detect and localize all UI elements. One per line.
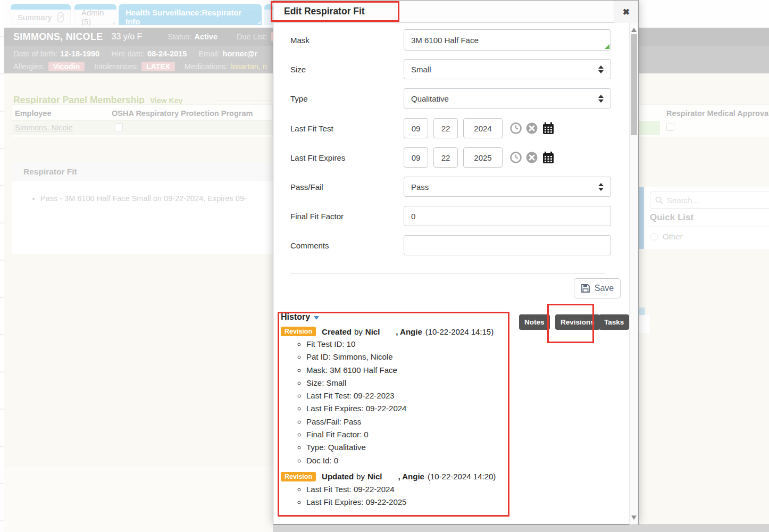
divider xyxy=(290,273,605,273)
revision-badge: Revision xyxy=(281,472,316,481)
select-arrows-icon xyxy=(598,95,604,103)
save-button-label: Save xyxy=(595,284,614,293)
scroll-up-icon[interactable] xyxy=(631,28,637,32)
revision-author-rest: , Angie xyxy=(398,472,424,481)
by-word: by xyxy=(356,472,365,481)
resize-grip-icon[interactable] xyxy=(605,44,609,49)
edit-respirator-fit-modal: Edit Respirator Fit ✖ Mask 3M 6100 Half … xyxy=(273,0,639,525)
comments-label: Comments xyxy=(290,241,404,250)
clear-date-icon[interactable] xyxy=(526,122,538,134)
save-button[interactable]: Save xyxy=(574,278,621,298)
type-select[interactable]: Qualitative xyxy=(404,88,611,109)
revision-detail: Type: Qualitative xyxy=(306,441,517,454)
mask-textarea[interactable]: 3M 6100 Half Face xyxy=(404,29,611,51)
type-value: Qualitative xyxy=(411,94,449,103)
last-fit-test-day-input[interactable]: 22 xyxy=(433,118,458,138)
revision-action: Updated xyxy=(322,472,354,481)
revision-detail: Last Fit Expires: 09-22-2024 xyxy=(306,402,517,415)
last-fit-expires-year-input[interactable]: 2025 xyxy=(463,147,503,168)
by-word: by xyxy=(354,327,363,336)
screen: Summary ↗ Admin (5) Health Surveillance:… xyxy=(0,0,769,532)
revision-timestamp: (10-22-2024 14:15) xyxy=(425,327,494,336)
size-value: Small xyxy=(411,65,431,74)
save-floppy-icon xyxy=(581,284,590,293)
mask-label: Mask xyxy=(290,36,404,45)
last-fit-expires-label: Last Fit Expires xyxy=(290,153,404,162)
last-fit-expires-date: 09 22 2025 xyxy=(404,147,555,168)
final-fit-factor-value: 0 xyxy=(411,212,415,221)
history-header[interactable]: History xyxy=(281,312,517,322)
revision-detail: Pass/Fail: Pass xyxy=(306,415,517,428)
mask-value: 3M 6100 Half Face xyxy=(411,36,479,45)
last-fit-expires-day-input[interactable]: 22 xyxy=(433,147,458,168)
passfail-select[interactable]: Pass xyxy=(404,177,611,197)
revision-action: Created xyxy=(322,327,352,336)
revision-detail: Final Fit Factor: 0 xyxy=(306,428,517,441)
comments-input[interactable] xyxy=(404,235,611,255)
revision-detail: Mask: 3M 6100 Half Face xyxy=(306,364,517,377)
last-fit-test-month-input[interactable]: 09 xyxy=(404,118,428,138)
revision-detail: Pat ID: Simmons, Nicole xyxy=(306,351,517,363)
chevron-down-icon xyxy=(314,316,319,320)
revision-detail: Last Fit Test: 09-22-2023 xyxy=(306,389,517,402)
passfail-value: Pass xyxy=(411,182,429,192)
size-select[interactable]: Small xyxy=(404,59,611,79)
modal-scrollbar[interactable] xyxy=(629,23,638,525)
select-arrows-icon xyxy=(598,65,604,73)
last-fit-test-year-input[interactable]: 2024 xyxy=(463,118,503,138)
size-label: Size xyxy=(290,65,404,74)
revision-detail-list: Last Fit Test: 09-22-2024Last Fit Expire… xyxy=(297,483,517,509)
revisions-button[interactable]: Revisions xyxy=(555,314,600,330)
history-entries: Revision Created by Nicl , Angie (10-22-… xyxy=(281,327,517,509)
final-fit-factor-label: Final Fit Factor xyxy=(290,212,404,221)
revision-author-first: Nicl xyxy=(365,327,380,336)
history-entry: Revision Updated by Nicl , Angie (10-22-… xyxy=(281,472,517,509)
notes-button[interactable]: Notes xyxy=(519,314,550,330)
history-section: History Revision Created by Nicl , Angie xyxy=(281,312,517,510)
revision-author-first: Nicl xyxy=(367,472,382,481)
last-fit-test-date: 09 22 2024 xyxy=(404,118,555,138)
revision-detail-list: Fit Test ID: 10Pat ID: Simmons, NicoleMa… xyxy=(297,338,517,467)
type-label: Type xyxy=(290,94,404,103)
select-arrows-icon xyxy=(598,183,604,191)
modal-footer-bar xyxy=(273,525,769,532)
revision-detail: Size: Small xyxy=(306,377,517,389)
revision-detail: Last Fit Test: 09-22-2024 xyxy=(306,483,517,496)
tasks-button[interactable]: Tasks xyxy=(599,314,629,330)
modal-title: Edit Respirator Fit xyxy=(284,6,365,17)
passfail-label: Pass/Fail xyxy=(290,182,404,192)
revision-detail: Last Fit Expires: 09-22-2025 xyxy=(306,496,517,509)
clock-icon[interactable] xyxy=(510,152,522,163)
revision-badge: Revision xyxy=(281,327,316,336)
revision-detail: Fit Test ID: 10 xyxy=(306,338,517,351)
final-fit-factor-input[interactable]: 0 xyxy=(404,206,611,226)
calendar-icon[interactable] xyxy=(542,151,555,164)
revision-timestamp: (10-22-2024 14:20) xyxy=(428,472,496,481)
history-title: History xyxy=(281,312,310,322)
scroll-down-icon[interactable] xyxy=(631,516,637,520)
modal-header: Edit Respirator Fit ✖ xyxy=(273,1,638,23)
scrollbar-thumb[interactable] xyxy=(631,34,637,135)
last-fit-expires-month-input[interactable]: 09 xyxy=(404,147,428,168)
close-icon: ✖ xyxy=(623,7,630,17)
revision-detail: Doc Id: 0 xyxy=(306,454,517,467)
revision-author-rest: , Angie xyxy=(396,327,422,336)
close-button[interactable]: ✖ xyxy=(614,1,638,23)
clear-date-icon[interactable] xyxy=(526,152,538,163)
clock-icon[interactable] xyxy=(510,122,522,134)
history-entry: Revision Created by Nicl , Angie (10-22-… xyxy=(281,327,517,467)
last-fit-test-label: Last Fit Test xyxy=(290,124,404,133)
calendar-icon[interactable] xyxy=(542,122,555,135)
